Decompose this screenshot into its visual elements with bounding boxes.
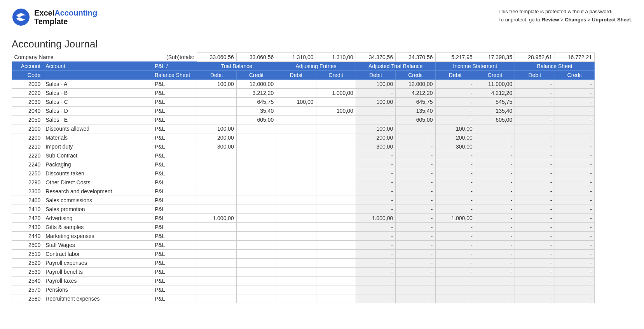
- trial-balance-credit-cell[interactable]: [236, 232, 276, 241]
- adjusted-credit-cell[interactable]: -: [396, 178, 435, 187]
- trial-balance-credit-cell[interactable]: 35,40: [236, 107, 276, 116]
- adjusting-debit-cell[interactable]: [276, 276, 316, 285]
- balance-credit-cell[interactable]: -: [555, 160, 594, 169]
- adjusted-debit-cell[interactable]: -: [356, 276, 395, 285]
- income-credit-cell[interactable]: 4.212,20: [475, 89, 515, 98]
- trial-balance-debit-cell[interactable]: [197, 223, 236, 232]
- income-debit-cell[interactable]: -: [435, 169, 475, 178]
- adjusting-credit-cell[interactable]: 1.000,00: [316, 89, 356, 98]
- trial-balance-credit-cell[interactable]: [236, 169, 276, 178]
- account-code-cell[interactable]: 2400: [12, 196, 43, 205]
- trial-balance-credit-cell[interactable]: [236, 142, 276, 151]
- trial-balance-credit-cell[interactable]: [236, 250, 276, 259]
- adjusting-debit-cell[interactable]: [276, 196, 316, 205]
- income-credit-cell[interactable]: -: [475, 124, 515, 133]
- adjusted-debit-cell[interactable]: -: [356, 178, 395, 187]
- adjusting-debit-cell[interactable]: [276, 187, 316, 196]
- trial-balance-debit-cell[interactable]: 100,00: [197, 80, 236, 89]
- company-name-cell[interactable]: Company Name: [12, 53, 152, 62]
- trial-balance-credit-cell[interactable]: [236, 294, 276, 303]
- account-name-cell[interactable]: Sales - C: [43, 98, 152, 107]
- trial-balance-debit-cell[interactable]: [197, 250, 236, 259]
- adjusting-credit-cell[interactable]: [316, 205, 356, 214]
- subtotal-cell[interactable]: 33.060,56: [197, 53, 236, 62]
- adjusting-debit-cell[interactable]: [276, 294, 316, 303]
- adjusted-credit-cell[interactable]: 4.212,20: [396, 89, 435, 98]
- adjusted-debit-cell[interactable]: -: [356, 160, 395, 169]
- trial-balance-debit-cell[interactable]: 200,00: [197, 133, 236, 142]
- account-type-cell[interactable]: P&L: [152, 241, 197, 250]
- adjusted-credit-cell[interactable]: -: [396, 294, 435, 303]
- income-credit-cell[interactable]: -: [475, 133, 515, 142]
- account-code-cell[interactable]: 2100: [12, 124, 43, 133]
- income-credit-cell[interactable]: -: [475, 285, 515, 294]
- income-credit-cell[interactable]: -: [475, 160, 515, 169]
- balance-credit-cell[interactable]: -: [555, 196, 594, 205]
- balance-debit-cell[interactable]: -: [515, 294, 555, 303]
- trial-balance-debit-cell[interactable]: [197, 178, 236, 187]
- income-debit-cell[interactable]: -: [435, 116, 475, 124]
- income-debit-cell[interactable]: 200,00: [435, 133, 475, 142]
- balance-debit-cell[interactable]: -: [515, 124, 555, 133]
- balance-credit-cell[interactable]: -: [555, 80, 594, 89]
- adjusted-credit-cell[interactable]: -: [396, 196, 435, 205]
- balance-credit-cell[interactable]: -: [555, 116, 594, 124]
- trial-balance-debit-cell[interactable]: [197, 169, 236, 178]
- trial-balance-debit-cell[interactable]: 300,00: [197, 142, 236, 151]
- balance-credit-cell[interactable]: -: [555, 259, 594, 268]
- adjusted-credit-cell[interactable]: -: [396, 250, 435, 259]
- account-type-cell[interactable]: P&L: [152, 89, 197, 98]
- adjusted-debit-cell[interactable]: -: [356, 151, 395, 160]
- account-name-cell[interactable]: Discounts allowed: [43, 124, 152, 133]
- trial-balance-debit-cell[interactable]: [197, 89, 236, 98]
- adjusting-debit-cell[interactable]: [276, 124, 316, 133]
- subtotal-cell[interactable]: 1.310,00: [276, 53, 316, 62]
- adjusted-debit-cell[interactable]: 300,00: [356, 142, 395, 151]
- income-debit-cell[interactable]: -: [435, 276, 475, 285]
- adjusting-credit-cell[interactable]: [316, 223, 356, 232]
- trial-balance-debit-cell[interactable]: [197, 241, 236, 250]
- subtotal-cell[interactable]: 17.398,35: [475, 53, 515, 62]
- adjusting-debit-cell[interactable]: [276, 160, 316, 169]
- trial-balance-debit-cell[interactable]: [197, 151, 236, 160]
- income-debit-cell[interactable]: -: [435, 294, 475, 303]
- income-debit-cell[interactable]: -: [435, 196, 475, 205]
- adjusting-debit-cell[interactable]: [276, 169, 316, 178]
- adjusting-credit-cell[interactable]: [316, 250, 356, 259]
- account-code-cell[interactable]: 2030: [12, 98, 43, 107]
- trial-balance-debit-cell[interactable]: [197, 116, 236, 124]
- balance-debit-cell[interactable]: -: [515, 268, 555, 276]
- account-type-cell[interactable]: P&L: [152, 107, 197, 116]
- trial-balance-debit-cell[interactable]: 1.000,00: [197, 214, 236, 223]
- adjusting-credit-cell[interactable]: [316, 160, 356, 169]
- account-name-cell[interactable]: Sales - A: [43, 80, 152, 89]
- account-type-cell[interactable]: P&L: [152, 142, 197, 151]
- account-name-cell[interactable]: Advertising: [43, 214, 152, 223]
- adjusting-credit-cell[interactable]: [316, 169, 356, 178]
- income-debit-cell[interactable]: -: [435, 80, 475, 89]
- income-debit-cell[interactable]: -: [435, 259, 475, 268]
- balance-credit-cell[interactable]: -: [555, 151, 594, 160]
- adjusting-credit-cell[interactable]: [316, 196, 356, 205]
- account-name-cell[interactable]: Payroll expenses: [43, 259, 152, 268]
- adjusting-debit-cell[interactable]: [276, 232, 316, 241]
- income-credit-cell[interactable]: -: [475, 276, 515, 285]
- income-debit-cell[interactable]: -: [435, 151, 475, 160]
- account-name-cell[interactable]: Gifts & samples: [43, 223, 152, 232]
- balance-debit-cell[interactable]: -: [515, 98, 555, 107]
- balance-credit-cell[interactable]: -: [555, 205, 594, 214]
- income-credit-cell[interactable]: -: [475, 232, 515, 241]
- adjusted-credit-cell[interactable]: 135,40: [396, 107, 435, 116]
- balance-debit-cell[interactable]: -: [515, 160, 555, 169]
- account-name-cell[interactable]: Sales - E: [43, 116, 152, 124]
- subtotal-cell[interactable]: 1.310,00: [316, 53, 356, 62]
- account-type-cell[interactable]: P&L: [152, 276, 197, 285]
- account-name-cell[interactable]: Materials: [43, 133, 152, 142]
- adjusting-debit-cell[interactable]: [276, 142, 316, 151]
- income-debit-cell[interactable]: -: [435, 160, 475, 169]
- balance-debit-cell[interactable]: -: [515, 196, 555, 205]
- balance-credit-cell[interactable]: -: [555, 98, 594, 107]
- adjusted-credit-cell[interactable]: -: [396, 124, 435, 133]
- account-code-cell[interactable]: 2520: [12, 259, 43, 268]
- account-name-cell[interactable]: Sales - D: [43, 107, 152, 116]
